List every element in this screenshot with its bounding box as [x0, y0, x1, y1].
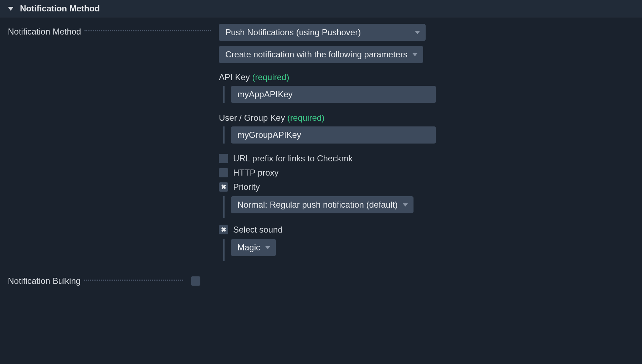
chevron-down-icon: [265, 246, 270, 249]
sound-option-block: Magic: [223, 239, 634, 261]
url-prefix-label: URL prefix for links to Checkmk: [233, 154, 353, 163]
notification-method-row: Notification Method Push Notifications (…: [0, 17, 642, 270]
notification-method-dropdown[interactable]: Push Notifications (using Pushover): [219, 24, 426, 41]
chevron-down-icon: [415, 31, 420, 34]
user-group-key-input[interactable]: [231, 126, 436, 144]
url-prefix-row: URL prefix for links to Checkmk: [219, 154, 634, 163]
api-key-label: API Key: [219, 72, 250, 82]
api-key-required: (required): [252, 72, 289, 82]
notification-bulking-label: Notification Bulking: [8, 276, 81, 286]
notification-method-dropdown-value: Push Notifications (using Pushover): [225, 27, 361, 37]
label-dots: [84, 30, 211, 31]
priority-option-block: Normal: Regular push notification (defau…: [223, 196, 634, 218]
priority-checkbox[interactable]: [219, 182, 228, 192]
params-dropdown[interactable]: Create notification with the following p…: [219, 46, 423, 63]
sound-dropdown[interactable]: Magic: [231, 239, 276, 256]
http-proxy-label: HTTP proxy: [233, 168, 279, 178]
notification-bulking-label-area: Notification Bulking: [8, 276, 183, 286]
http-proxy-checkbox[interactable]: [219, 168, 228, 177]
chevron-down-icon: [412, 53, 417, 56]
notification-bulking-checkbox[interactable]: [191, 276, 200, 286]
priority-label: Priority: [233, 182, 260, 192]
sound-checkbox[interactable]: [219, 225, 228, 234]
notification-method-label-area: Notification Method: [8, 24, 211, 37]
chevron-down-icon: [403, 203, 408, 207]
priority-dropdown[interactable]: Normal: Regular push notification (defau…: [231, 196, 414, 213]
api-key-input-block: [223, 86, 634, 103]
section-header[interactable]: Notification Method: [0, 0, 642, 17]
user-group-key-required: (required): [287, 113, 324, 123]
user-group-key-group: User / Group Key (required): [219, 113, 634, 144]
priority-dropdown-value: Normal: Regular push notification (defau…: [237, 200, 398, 210]
sound-dropdown-value: Magic: [237, 243, 260, 253]
user-group-key-input-block: [223, 126, 634, 144]
label-dots: [84, 280, 183, 281]
notification-method-content: Push Notifications (using Pushover) Crea…: [211, 24, 634, 270]
api-key-label-row: API Key (required): [219, 72, 634, 82]
url-prefix-checkbox[interactable]: [219, 154, 228, 163]
api-key-group: API Key (required): [219, 72, 634, 103]
notification-bulking-row: Notification Bulking: [0, 270, 642, 293]
priority-row: Priority: [219, 182, 634, 192]
collapse-down-icon: [8, 7, 14, 11]
http-proxy-row: HTTP proxy: [219, 168, 634, 178]
sound-row: Select sound: [219, 225, 634, 235]
api-key-input[interactable]: [231, 86, 436, 103]
params-dropdown-value: Create notification with the following p…: [225, 50, 407, 59]
notification-bulking-control: [183, 276, 200, 286]
sound-label: Select sound: [233, 225, 283, 235]
notification-method-label: Notification Method: [8, 27, 81, 37]
user-group-key-label-row: User / Group Key (required): [219, 113, 634, 123]
user-group-key-label: User / Group Key: [219, 113, 285, 123]
section-title: Notification Method: [20, 4, 100, 14]
